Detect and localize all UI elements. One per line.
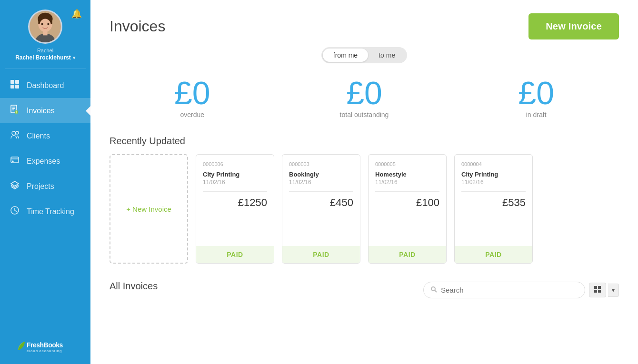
svg-point-20 xyxy=(16,131,19,134)
stat-outstanding-amount: £0 xyxy=(346,77,382,109)
svg-point-4 xyxy=(40,19,51,32)
svg-rect-29 xyxy=(594,286,597,289)
new-invoice-button[interactable]: New Invoice xyxy=(528,13,619,39)
sidebar-item-label: Invoices xyxy=(27,107,55,115)
bell-icon[interactable]: 🔔 xyxy=(71,9,82,19)
stat-overdue-label: overdue xyxy=(180,111,205,118)
sidebar-footer: FreshBooks cloud accounting xyxy=(0,329,90,364)
invoice-card-0[interactable]: 0000006 City Printing 11/02/16 £1250 PAI… xyxy=(196,154,274,264)
search-icon xyxy=(430,286,437,294)
stat-draft: £0 in draft xyxy=(518,77,554,118)
invoice-card-3[interactable]: 0000004 City Printing 11/02/16 £535 PAID xyxy=(454,154,533,264)
clients-icon xyxy=(10,130,20,142)
sidebar-item-label: Dashboard xyxy=(27,81,64,90)
projects-icon xyxy=(10,180,20,192)
sidebar-item-expenses[interactable]: Expenses xyxy=(0,148,90,174)
view-toggle: ▾ xyxy=(589,283,619,297)
invoice-date-2: 11/02/16 xyxy=(375,179,439,186)
page-title: Invoices xyxy=(110,18,165,35)
svg-rect-6 xyxy=(43,30,47,35)
svg-rect-32 xyxy=(598,290,601,293)
invoice-amount-2: £100 xyxy=(375,197,439,209)
dashboard-icon xyxy=(10,79,20,91)
svg-text:FreshBooks: FreshBooks xyxy=(27,341,63,349)
search-box xyxy=(423,282,585,298)
sidebar-item-projects[interactable]: Projects xyxy=(0,174,90,199)
invoice-divider-0 xyxy=(203,191,267,192)
header-row: Invoices New Invoice xyxy=(110,13,619,39)
invoice-date-3: 11/02/16 xyxy=(461,179,526,186)
stat-outstanding: £0 total outstanding xyxy=(340,77,389,118)
toggle-to-me[interactable]: to me xyxy=(368,49,406,62)
sidebar-username: Rachel xyxy=(37,48,53,53)
stat-draft-amount: £0 xyxy=(518,77,554,109)
invoice-card-2[interactable]: 0000005 Homestyle 11/02/16 £100 PAID xyxy=(368,154,447,264)
new-invoice-card[interactable]: + New Invoice xyxy=(110,154,188,264)
invoice-client-3: City Printing xyxy=(461,171,526,178)
invoice-amount-0: £1250 xyxy=(203,197,267,209)
invoice-status-2: PAID xyxy=(373,251,441,258)
invoice-status-3: PAID xyxy=(459,251,528,258)
invoice-number-3: 0000004 xyxy=(461,161,526,167)
svg-point-7 xyxy=(41,23,43,25)
sidebar: 🔔 Rachel xyxy=(0,0,90,364)
invoice-status-1: PAID xyxy=(287,251,355,258)
stat-draft-label: in draft xyxy=(526,111,547,118)
invoice-direction-toggle: from me to me xyxy=(110,47,619,63)
svg-point-19 xyxy=(12,131,16,135)
svg-rect-30 xyxy=(598,286,601,289)
invoice-status-0: PAID xyxy=(201,251,269,258)
svg-line-28 xyxy=(435,291,437,293)
invoice-client-1: Bookingly xyxy=(289,171,353,178)
sidebar-profile: 🔔 Rachel xyxy=(0,0,90,69)
invoice-date-0: 11/02/16 xyxy=(203,179,267,186)
sidebar-item-clients[interactable]: Clients xyxy=(0,123,90,148)
invoice-amount-1: £450 xyxy=(289,197,353,209)
invoice-divider-2 xyxy=(375,191,439,192)
stats-row: £0 overdue £0 total outstanding £0 in dr… xyxy=(110,77,619,118)
stat-outstanding-label: total outstanding xyxy=(340,111,389,118)
invoice-card-1[interactable]: 0000003 Bookingly 11/02/16 £450 PAID xyxy=(282,154,360,264)
svg-rect-9 xyxy=(10,80,14,84)
sidebar-item-invoices[interactable]: $ Invoices xyxy=(0,98,90,123)
sidebar-item-label: Projects xyxy=(27,182,54,191)
sidebar-nav: Dashboard $ Invoices Clients Expenses xyxy=(0,69,90,329)
freshbooks-logo: FreshBooks cloud accounting xyxy=(14,337,76,356)
expenses-icon xyxy=(10,155,20,167)
invoice-number-2: 0000005 xyxy=(375,161,439,167)
invoice-divider-1 xyxy=(289,191,353,192)
invoice-client-0: City Printing xyxy=(203,171,267,178)
recently-updated-title: Recently Updated xyxy=(110,136,619,147)
sidebar-item-label: Clients xyxy=(27,132,50,140)
svg-point-8 xyxy=(47,23,50,25)
svg-rect-21 xyxy=(11,157,19,163)
invoice-amount-3: £535 xyxy=(461,197,526,209)
search-input[interactable] xyxy=(441,286,578,294)
invoice-number-0: 0000006 xyxy=(203,161,267,167)
sidebar-item-label: Expenses xyxy=(27,157,60,166)
svg-point-27 xyxy=(431,287,435,291)
svg-point-23 xyxy=(12,161,13,162)
grid-view-button[interactable] xyxy=(589,283,606,297)
sidebar-item-time-tracking[interactable]: Time Tracking xyxy=(0,199,90,224)
toggle-from-me[interactable]: from me xyxy=(323,49,368,62)
view-options-chevron[interactable]: ▾ xyxy=(608,284,619,297)
svg-rect-11 xyxy=(10,85,14,89)
invoice-divider-3 xyxy=(461,191,526,192)
chevron-down-icon[interactable]: ▾ xyxy=(73,55,75,60)
stat-overdue: £0 overdue xyxy=(174,77,210,118)
sidebar-fullname: Rachel Brocklehurst ▾ xyxy=(15,54,75,61)
invoice-number-1: 0000003 xyxy=(289,161,353,167)
sidebar-item-dashboard[interactable]: Dashboard xyxy=(0,73,90,98)
svg-rect-10 xyxy=(15,80,19,84)
svg-text:cloud accounting: cloud accounting xyxy=(27,349,62,353)
main-content: Invoices New Invoice from me to me £0 ov… xyxy=(90,0,638,364)
time-icon xyxy=(10,206,20,217)
stat-overdue-amount: £0 xyxy=(174,77,210,109)
avatar xyxy=(28,10,62,44)
all-invoices-title: All Invoices xyxy=(110,281,158,292)
toggle-group: from me to me xyxy=(321,47,407,63)
svg-rect-12 xyxy=(15,85,19,89)
invoice-cards-row: + New Invoice 0000006 City Printing 11/0… xyxy=(110,154,619,264)
sidebar-item-label: Time Tracking xyxy=(27,207,74,216)
